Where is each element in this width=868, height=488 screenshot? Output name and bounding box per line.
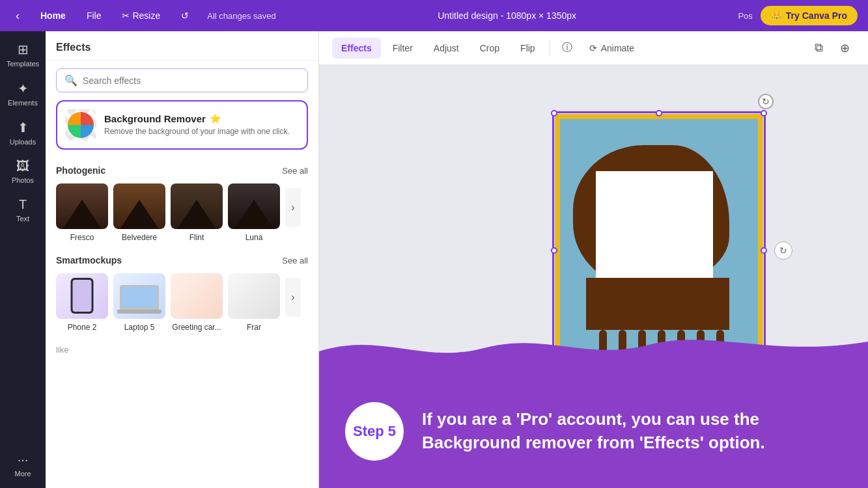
nav-left: ‹ Home File ✂ Resize ↺ All changes saved [10,7,276,25]
bg-remover-icon [65,109,96,141]
photos-icon: 🖼 [16,159,29,174]
nav-right: Pos 👑 Try Canva Pro [738,6,858,25]
mockup-frame[interactable]: Frar [228,273,280,332]
step-circle: Step 5 [345,402,404,461]
resize-button[interactable]: ✂ Resize [117,8,165,23]
tab-crop[interactable]: Crop [471,38,509,59]
main-layout: ⊞ Templates ✦ Elements ⬆ Uploads 🖼 Photo… [0,31,868,488]
photogenic-scroll-right[interactable]: › [285,188,301,227]
duplicate-button[interactable]: ⧉ [808,38,829,59]
resize-icon: ✂ [122,10,130,21]
try-pro-button[interactable]: 👑 Try Canva Pro [761,6,858,25]
wave-svg [319,332,868,364]
position-label: Pos [738,11,752,21]
pro-crown-icon: ⭐ [210,113,221,124]
step-text: If you are a 'Pro' account, you can use … [422,408,765,454]
luna-label: Luna [245,233,263,242]
animate-button[interactable]: ⟳ Animate [581,39,642,57]
photogenic-see-all-button[interactable]: See all [282,166,308,176]
tab-effects[interactable]: Effects [332,38,381,59]
tab-filter[interactable]: Filter [384,38,422,59]
sidebar-item-templates[interactable]: ⊞ Templates [3,36,42,73]
smartmockups-title: Smartmockups [56,255,122,265]
luna-thumb [228,183,280,229]
flint-label: Flint [189,233,204,242]
sidebar-item-text[interactable]: T Text [3,192,42,228]
photogenic-title: Photogenic [56,165,105,176]
effects-panel: Effects 🔍 Background Remover ⭐ Remove th… [46,31,319,488]
effect-fresco[interactable]: Fresco [56,183,108,242]
fresco-thumb [56,183,108,229]
sidebar-item-uploads[interactable]: ⬆ Uploads [3,115,42,151]
smartmockups-section-header: Smartmockups See all [46,250,318,271]
search-icon: 🔍 [64,74,77,87]
toolbar-right: ⧉ ⊕ [808,38,855,59]
smartmockups-see-all-button[interactable]: See all [282,256,308,265]
flint-thumb [171,183,223,229]
bottom-instruction-section: Step 5 If you are a 'Pro' account, you c… [319,358,868,488]
effect-flint[interactable]: Flint [171,183,223,242]
back-button[interactable]: ‹ [10,7,25,25]
tab-flip[interactable]: Flip [511,38,544,59]
mockup-laptop[interactable]: Laptop 5 [113,273,165,332]
add-button[interactable]: ⊕ [834,38,855,59]
effect-luna[interactable]: Luna [228,183,280,242]
undo-button[interactable]: ↺ [176,8,194,23]
rotate-handle-top[interactable]: ↻ [758,94,774,109]
home-button[interactable]: Home [35,8,71,23]
photogenic-grid: Fresco Belvedere Flint [46,181,318,250]
greeting-thumb [171,273,223,319]
effects-search-container: 🔍 [56,68,308,92]
toolbar-separator [550,40,550,56]
animate-icon: ⟳ [589,43,597,53]
nav-center: Untitled design - 1080px × 1350px [289,10,725,21]
info-button[interactable]: ⓘ [555,37,579,59]
greeting-label: Greeting car... [172,323,221,332]
bg-remover-description: Remove the background of your image with… [104,126,299,137]
canvas-area: Effects Filter Adjust Crop Flip ⓘ ⟳ Anim… [319,31,868,488]
fresco-label: Fresco [70,233,94,242]
background-remover-card[interactable]: Background Remover ⭐ Remove the backgrou… [56,100,308,150]
top-navbar: ‹ Home File ✂ Resize ↺ All changes saved… [0,0,868,31]
step-content: Step 5 If you are a 'Pro' account, you c… [319,374,868,488]
rotate-handle-side[interactable]: ↻ [774,241,792,260]
phone-thumb [56,273,108,319]
laptop-thumb [113,273,165,319]
templates-icon: ⊞ [18,42,29,57]
top-toolbar: Effects Filter Adjust Crop Flip ⓘ ⟳ Anim… [319,31,868,65]
effect-belvedere[interactable]: Belvedere [113,183,165,242]
sidebar-item-photos[interactable]: 🖼 Photos [3,154,42,189]
phone-label: Phone 2 [68,323,97,332]
laptop-label: Laptop 5 [124,323,155,332]
effects-scroll-area[interactable]: Photogenic See all Fresco Belvedere [46,160,318,488]
mockup-phone[interactable]: Phone 2 [56,273,108,332]
autosave-status: All changes saved [207,11,276,21]
belvedere-thumb [113,183,165,229]
text-icon: T [19,197,27,212]
mockup-greeting[interactable]: Greeting car... [171,273,223,332]
smartmockups-scroll-right[interactable]: › [285,278,301,317]
bg-remover-title: Background Remover ⭐ [104,113,299,124]
svg-rect-2 [586,278,729,330]
uploads-icon: ⬆ [18,120,29,135]
sidebar-item-more[interactable]: ··· More [3,447,42,483]
file-button[interactable]: File [81,8,107,23]
frame-thumb [228,273,280,319]
effects-panel-title: Effects [46,31,318,61]
document-title: Untitled design - 1080px × 1350px [438,10,576,21]
more-icon: ··· [18,452,29,467]
belvedere-label: Belvedere [122,233,157,242]
sidebar-item-elements[interactable]: ✦ Elements [3,75,42,112]
tab-adjust[interactable]: Adjust [425,38,468,59]
step-label: Step 5 [353,423,396,440]
crown-icon: 👑 [771,10,782,21]
smartmockups-grid: Phone 2 Laptop 5 Greeting car... Frar [46,271,318,340]
search-input[interactable] [83,75,300,86]
sidebar: ⊞ Templates ✦ Elements ⬆ Uploads 🖼 Photo… [0,31,46,488]
more-effects-label: like [46,340,318,360]
elements-icon: ✦ [18,81,29,96]
frame-label: Frar [247,323,261,332]
bg-remover-text: Background Remover ⭐ Remove the backgrou… [104,113,299,137]
photogenic-section-header: Photogenic See all [46,160,318,181]
